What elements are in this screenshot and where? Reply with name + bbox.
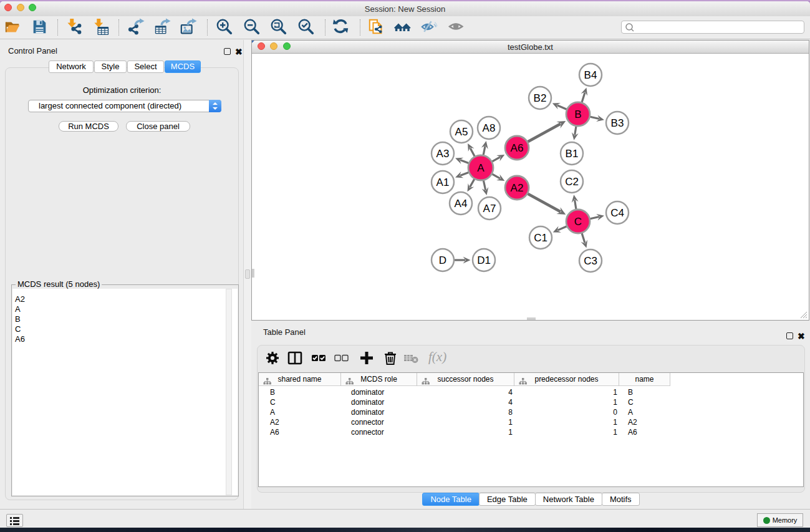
svg-text:C2: C2 (565, 176, 579, 188)
svg-text:A1: A1 (436, 177, 450, 188)
svg-text:A7: A7 (483, 203, 496, 215)
svg-text:C4: C4 (610, 207, 624, 219)
svg-text:A5: A5 (455, 126, 468, 138)
svg-text:D: D (439, 254, 446, 266)
svg-text:A3: A3 (436, 148, 450, 160)
svg-text:A8: A8 (483, 122, 496, 134)
svg-text:C3: C3 (584, 255, 597, 267)
svg-text:C1: C1 (534, 232, 547, 244)
svg-text:A2: A2 (511, 182, 524, 194)
svg-text:B1: B1 (566, 148, 579, 160)
svg-text:A6: A6 (511, 142, 524, 154)
svg-text:C: C (574, 216, 582, 228)
svg-text:A: A (477, 162, 485, 174)
svg-text:B4: B4 (584, 69, 597, 81)
svg-text:B3: B3 (611, 117, 624, 129)
svg-text:D1: D1 (477, 254, 491, 266)
svg-text:B2: B2 (534, 92, 547, 104)
svg-text:B: B (574, 109, 581, 120)
svg-text:A4: A4 (455, 198, 468, 210)
